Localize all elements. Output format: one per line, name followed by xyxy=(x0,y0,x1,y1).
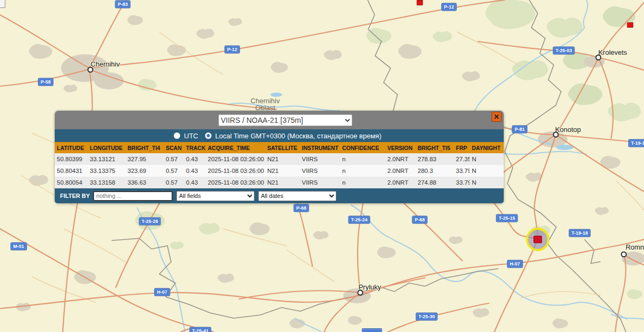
filter-text-input[interactable] xyxy=(93,191,173,201)
city-marker xyxy=(88,67,94,73)
road-label: P-83 xyxy=(115,1,130,9)
table-cell: 50.80054 xyxy=(55,177,88,188)
region-label: Chernihiv Oblast xyxy=(251,97,280,111)
close-button[interactable]: ✕ xyxy=(492,112,502,122)
column-header: SATELLITE xyxy=(265,142,300,153)
column-header: INSTRUMENT xyxy=(300,142,340,153)
local-time-radio[interactable] xyxy=(205,132,211,139)
road-label: H-07 xyxy=(507,260,523,268)
table-cell: 0.57 xyxy=(164,165,184,177)
road-label: T-25-41 xyxy=(189,327,211,332)
table-cell: N21 xyxy=(265,165,300,177)
utc-radio-label[interactable]: UTC xyxy=(184,132,198,140)
road-label: P-58 xyxy=(38,78,53,86)
column-header: CONFIDENCE xyxy=(340,142,385,153)
table-cell: 323.69 xyxy=(125,165,164,177)
road-label: M-01 xyxy=(11,243,27,251)
table-cell: 33.79 xyxy=(454,165,470,177)
fire-marker-core xyxy=(533,236,542,243)
fire-marker[interactable] xyxy=(628,22,633,28)
table-cell: 327.95 xyxy=(125,153,164,165)
table-row[interactable]: 50.8005433.13158336.630.570.432025-11-08… xyxy=(55,177,504,188)
city-marker xyxy=(596,55,601,61)
table-cell: 27.35 xyxy=(454,153,470,165)
table-cell: 280.3 xyxy=(416,165,454,177)
table-cell: N xyxy=(470,153,504,165)
table-row[interactable]: 50.8043133.13375323.690.570.432025-11-08… xyxy=(55,165,504,177)
road-label-partial xyxy=(362,328,382,332)
road-label: P-12 xyxy=(224,46,240,54)
table-cell: 0.57 xyxy=(164,177,184,188)
map-zoom-control-partial[interactable] xyxy=(0,0,5,8)
filter-fields-select[interactable]: All fields xyxy=(176,191,255,201)
fire-table-head-row: LATITUDELONGITUDEBRIGHT_TI4SCANTRACKACQU… xyxy=(55,142,504,153)
column-header: FRP xyxy=(454,142,470,153)
road-label: T-19-18 xyxy=(628,139,644,147)
road-label: T-25-24 xyxy=(348,216,370,224)
time-toggle-bar: UTC Local Time GMT+0300 (Москва, стандар… xyxy=(55,129,504,142)
filter-bar: FILTER BY All fields All dates xyxy=(55,188,504,203)
road-label: P-81 xyxy=(512,126,527,134)
table-cell: N21 xyxy=(265,153,300,165)
fire-marker[interactable] xyxy=(417,0,423,5)
table-cell: N xyxy=(470,165,504,177)
filter-dates-select[interactable]: All dates xyxy=(258,191,336,201)
column-header: LATITUDE xyxy=(55,142,88,153)
table-cell: 0.57 xyxy=(164,153,184,165)
road-label: T-25-26 xyxy=(139,218,160,226)
table-cell: n xyxy=(340,153,385,165)
fire-table: LATITUDELONGITUDEBRIGHT_TI4SCANTRACKACQU… xyxy=(55,142,504,188)
popup-header: VIIRS / NOAA-21 [375m] ✕ xyxy=(55,111,504,129)
table-cell: 2.0NRT xyxy=(385,165,416,177)
road-label: T-25-03 xyxy=(553,47,574,55)
table-cell: N xyxy=(470,177,504,188)
city-marker xyxy=(621,252,627,258)
table-cell: 0.43 xyxy=(184,153,206,165)
city-label: Chernihiv xyxy=(91,60,120,68)
road-label: P-68 xyxy=(412,216,427,224)
table-row[interactable]: 50.8039933.13121327.950.570.432025-11-08… xyxy=(55,153,504,165)
column-header: BRIGHT_TI4 xyxy=(125,142,164,153)
table-cell: 33.13375 xyxy=(88,165,125,177)
table-cell: 2.0NRT xyxy=(385,177,416,188)
city-marker xyxy=(553,132,559,138)
road-label: T-25-15 xyxy=(496,214,518,222)
column-header: BRIGHT_TI5 xyxy=(416,142,454,153)
table-cell: 2025-11-08 03:26:00 xyxy=(206,165,265,177)
table-cell: 50.80431 xyxy=(55,165,88,177)
table-cell: VIIRS xyxy=(300,177,340,188)
table-cell: n xyxy=(340,165,385,177)
column-header: SCAN xyxy=(164,142,184,153)
table-cell: VIIRS xyxy=(300,165,340,177)
column-header: DAYNIGHT xyxy=(470,142,504,153)
column-header: TRACK xyxy=(184,142,206,153)
table-cell: 0.43 xyxy=(184,177,206,188)
filter-by-label: FILTER BY xyxy=(60,193,90,199)
road-label: P-68 xyxy=(293,204,309,212)
local-time-radio-label[interactable]: Local Time GMT+0300 (Москва, стандартное… xyxy=(215,132,382,140)
table-cell: VIIRS xyxy=(300,153,340,165)
close-icon: ✕ xyxy=(494,113,499,121)
table-cell: 33.13158 xyxy=(88,177,125,188)
road-label: T-25-30 xyxy=(416,313,437,321)
city-marker xyxy=(358,290,363,296)
column-header: ACQUIRE_TIME xyxy=(206,142,265,153)
table-cell: 33.13121 xyxy=(88,153,125,165)
dataset-select[interactable]: VIIRS / NOAA-21 [375m] xyxy=(218,114,352,126)
map-viewport[interactable]: P-83P-12P-12P-58T-25-03P-81T-19-18T-25-1… xyxy=(0,0,644,332)
table-cell: 2025-11-08 03:26:00 xyxy=(206,177,265,188)
column-header: VERSION xyxy=(385,142,416,153)
road-label: T-19-18 xyxy=(569,229,590,237)
table-cell: 278.83 xyxy=(416,153,454,165)
table-cell: 2.0NRT xyxy=(385,153,416,165)
table-cell: 0.43 xyxy=(184,165,206,177)
table-cell: n xyxy=(340,177,385,188)
utc-radio[interactable] xyxy=(174,132,180,139)
column-header: LONGITUDE xyxy=(88,142,125,153)
table-cell: 336.63 xyxy=(125,177,164,188)
fire-marker-highlighted[interactable] xyxy=(526,228,549,251)
table-cell: 50.80399 xyxy=(55,153,88,165)
table-cell: 274.88 xyxy=(416,177,454,188)
table-cell: 2025-11-08 03:26:00 xyxy=(206,153,265,165)
city-label: Krolevets xyxy=(598,48,627,56)
